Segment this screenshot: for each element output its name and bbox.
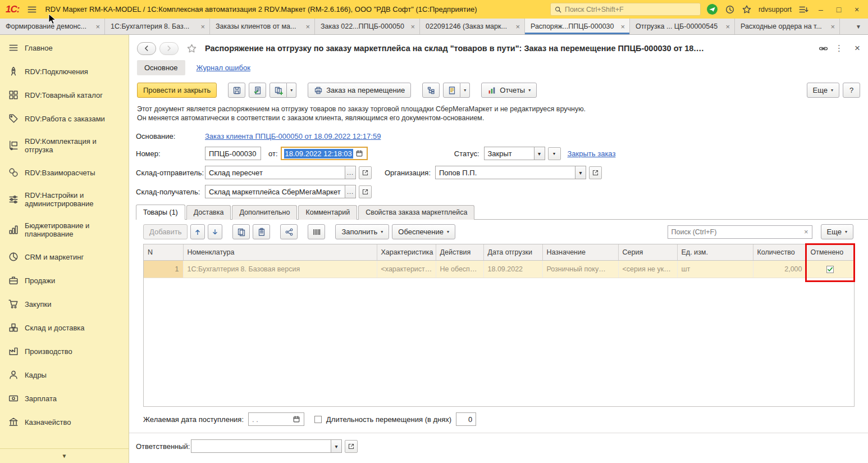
window-tab-2[interactable]: Заказы клиентов от ма...× bbox=[210, 19, 315, 34]
window-tab-1[interactable]: 1С:Бухгалтерия 8. Баз...× bbox=[105, 19, 210, 34]
organization-combo-button[interactable]: ▾ bbox=[575, 166, 586, 179]
close-tab-icon[interactable]: × bbox=[830, 22, 835, 31]
tab-zhurnal-oshibok[interactable]: Журнал ошибок bbox=[197, 63, 250, 72]
sidebar-item-rdv-nastroyki[interactable]: RDV:Настройки и администрирование bbox=[0, 184, 129, 215]
close-tab-icon[interactable]: × bbox=[200, 22, 205, 31]
sidebar-item-rdv-rabota-s-zakazami[interactable]: RDV:Работа с заказами bbox=[0, 107, 129, 130]
close-form-button[interactable]: × bbox=[850, 43, 860, 54]
col-header-kharakteristika[interactable]: Характеристика bbox=[377, 244, 436, 260]
col-header-data-otgruzki[interactable]: Дата отгрузки bbox=[483, 244, 542, 260]
warehouse-from-open-button[interactable] bbox=[359, 166, 372, 179]
discussions-icon[interactable] bbox=[706, 3, 718, 15]
duration-field[interactable]: 0 bbox=[456, 412, 476, 426]
cell-deystviya[interactable]: Не обесп… bbox=[436, 260, 483, 278]
sidebar-item-sklad[interactable]: Склад и доставка bbox=[0, 316, 129, 339]
move-down-button[interactable] bbox=[208, 224, 222, 239]
status-dropdown-button[interactable]: ▾ bbox=[548, 147, 561, 160]
close-window-button[interactable]: × bbox=[851, 5, 862, 14]
cell-nomenklatura[interactable]: 1С:Бухгалтерия 8. Базовая версия bbox=[183, 260, 377, 278]
col-header-otmeneno[interactable]: Отменено bbox=[806, 244, 854, 260]
barcode-button[interactable] bbox=[308, 224, 325, 239]
cell-otmeneno[interactable] bbox=[806, 260, 854, 278]
sidebar-item-zarplata[interactable]: Зарплата bbox=[0, 387, 129, 410]
cell-naznachenie[interactable]: Розничный поку… bbox=[542, 260, 618, 278]
tab-osnovnoe[interactable]: Основное bbox=[137, 60, 185, 75]
favorites-star-icon[interactable] bbox=[742, 4, 752, 15]
page-tab-svoystva-marketpleysa[interactable]: Свойства заказа маркетплейса bbox=[358, 205, 474, 220]
responsible-combo-button[interactable]: ▾ bbox=[331, 439, 342, 453]
warehouse-from-choose-button[interactable]: ... bbox=[345, 166, 356, 179]
cancelled-checkbox[interactable] bbox=[826, 266, 834, 273]
page-tab-dostavka[interactable]: Доставка bbox=[186, 205, 231, 220]
current-user-label[interactable]: rdvsupport bbox=[759, 6, 792, 13]
window-tab-3[interactable]: Заказ 022...ППЦБ-000050× bbox=[315, 19, 420, 34]
page-tab-dopolnitelno[interactable]: Дополнительно bbox=[232, 205, 297, 220]
window-tab-4[interactable]: 022091246 (Заказ марк...× bbox=[420, 19, 525, 34]
col-header-naznachenie[interactable]: Назначение bbox=[542, 244, 618, 260]
cell-kolichestvo[interactable]: 2,000 bbox=[753, 260, 806, 278]
cell-kharakteristika[interactable]: <характерист… bbox=[377, 260, 436, 278]
sidebar-item-rdv-komplektaciya[interactable]: RDV:Комплектация и отгрузка bbox=[0, 130, 129, 161]
favorite-star-icon[interactable] bbox=[186, 43, 197, 54]
cell-seriya[interactable]: <серия не ук… bbox=[618, 260, 677, 278]
global-search[interactable] bbox=[550, 3, 701, 16]
col-header-kolichestvo[interactable]: Количество bbox=[753, 244, 806, 260]
create-based-on-dropdown[interactable]: ▾ bbox=[287, 83, 296, 98]
window-tab-7[interactable]: Расходные ордера на т...× bbox=[735, 19, 840, 34]
minimize-button[interactable]: – bbox=[815, 5, 826, 14]
sidebar-item-prodazhi[interactable]: Продажи bbox=[0, 269, 129, 292]
warehouse-from-field[interactable]: Склад пересчет bbox=[205, 166, 345, 179]
get-link-icon[interactable] bbox=[819, 44, 828, 53]
panel-settings-icon[interactable] bbox=[798, 4, 808, 15]
transfer-order-button[interactable]: Заказ на перемещение bbox=[308, 83, 411, 98]
maximize-button[interactable]: □ bbox=[833, 5, 844, 14]
close-tab-icon[interactable]: × bbox=[95, 22, 100, 31]
tab-list-dropdown[interactable]: ▼ bbox=[849, 19, 868, 34]
sidebar-item-zakupki[interactable]: Закупки bbox=[0, 292, 129, 316]
col-header-ed-izm[interactable]: Ед. изм. bbox=[677, 244, 753, 260]
post-and-close-button[interactable]: Провести и закрыть bbox=[137, 83, 217, 98]
close-tab-icon[interactable]: × bbox=[620, 22, 625, 31]
history-icon[interactable] bbox=[725, 4, 735, 15]
post-button[interactable] bbox=[249, 83, 266, 98]
table-search[interactable]: × bbox=[668, 225, 812, 239]
supply-button[interactable]: Обеспечение▾ bbox=[392, 224, 455, 239]
responsible-field[interactable] bbox=[191, 439, 331, 453]
close-tab-icon[interactable]: × bbox=[305, 22, 310, 31]
print-button[interactable] bbox=[443, 83, 460, 98]
fill-button[interactable]: Заполнить▾ bbox=[335, 224, 389, 239]
items-more-button[interactable]: Еще▾ bbox=[821, 224, 853, 239]
sidebar-item-byudzhetirovanie[interactable]: Бюджетирование и планирование bbox=[0, 215, 129, 245]
main-menu-button[interactable] bbox=[25, 3, 39, 16]
more-commands-button[interactable]: Еще▾ bbox=[807, 83, 839, 98]
warehouse-to-field[interactable]: Склад маркетплейса СберМегаМаркет (т bbox=[205, 185, 345, 198]
sections-panel-collapse-button[interactable]: ▼ bbox=[0, 448, 129, 463]
forward-button[interactable] bbox=[159, 42, 179, 55]
base-document-link[interactable]: Заказ клиента ППЦБ-000050 от 18.09.2022 … bbox=[205, 132, 381, 140]
close-tab-icon[interactable]: × bbox=[515, 22, 520, 31]
print-dropdown[interactable]: ▾ bbox=[460, 83, 470, 98]
reports-button[interactable]: Отчеты▾ bbox=[481, 83, 537, 98]
cell-data-otgruzki[interactable]: 18.09.2022 bbox=[483, 260, 542, 278]
close-tab-icon[interactable]: × bbox=[410, 22, 415, 31]
sidebar-item-rdv-podklyucheniya[interactable]: RDV:Подключения bbox=[0, 60, 129, 83]
col-header-n[interactable]: N bbox=[144, 244, 183, 260]
responsible-open-button[interactable] bbox=[345, 440, 358, 453]
table-row-1[interactable]: 1 1С:Бухгалтерия 8. Базовая версия <хара… bbox=[144, 260, 854, 278]
paste-rows-button[interactable] bbox=[253, 224, 270, 239]
cell-ed-izm[interactable]: шт bbox=[677, 260, 753, 278]
create-based-on-button[interactable] bbox=[269, 83, 287, 98]
warehouse-to-choose-button[interactable]: ... bbox=[345, 185, 356, 198]
share-related-button[interactable] bbox=[280, 224, 298, 239]
table-search-input[interactable] bbox=[671, 228, 802, 236]
sidebar-item-kadry[interactable]: Кадры bbox=[0, 363, 129, 387]
duration-checkbox[interactable] bbox=[314, 416, 322, 423]
close-order-link[interactable]: Закрыть заказ bbox=[568, 149, 616, 158]
sidebar-item-rdv-tovarny-katalog[interactable]: RDV:Товарный каталог bbox=[0, 83, 129, 107]
organization-field[interactable]: Попов П.П. bbox=[435, 166, 575, 179]
window-tab-6[interactable]: Отгрузка ... ЦБ-00000545× bbox=[630, 19, 735, 34]
back-button[interactable] bbox=[137, 42, 156, 55]
close-tab-icon[interactable]: × bbox=[725, 22, 730, 31]
col-header-nomenklatura[interactable]: Номенклатура bbox=[183, 244, 377, 260]
number-field[interactable]: ППЦБ-000030 bbox=[205, 147, 261, 160]
